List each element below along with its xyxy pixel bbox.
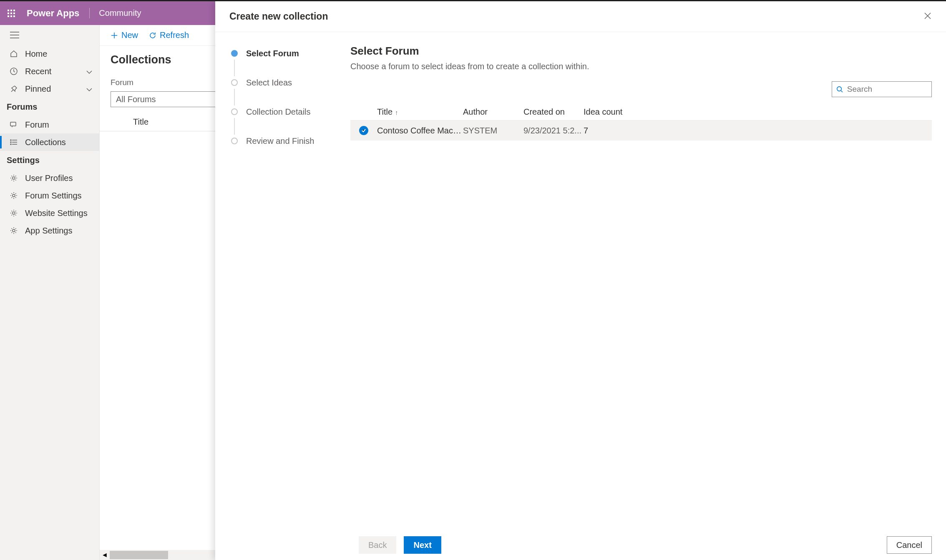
svg-point-22 bbox=[13, 212, 15, 214]
step-dot-icon bbox=[231, 138, 238, 144]
close-icon[interactable] bbox=[923, 12, 932, 22]
left-nav: Home Recent Pinned Forums Forum Collecti… bbox=[0, 25, 100, 560]
step-subtitle: Choose a forum to select ideas from to c… bbox=[350, 62, 932, 71]
gear-icon bbox=[8, 226, 19, 235]
svg-point-21 bbox=[13, 194, 15, 197]
header-separator bbox=[89, 8, 90, 18]
step-content: Select Forum Choose a forum to select id… bbox=[345, 32, 946, 530]
next-button[interactable]: Next bbox=[404, 536, 441, 554]
step-review-finish[interactable]: Review and Finish bbox=[231, 135, 333, 147]
svg-rect-3 bbox=[8, 13, 9, 14]
gear-icon bbox=[8, 209, 19, 217]
pin-icon bbox=[8, 85, 19, 93]
step-label: Select Forum bbox=[246, 49, 299, 58]
forum-grid: Title↑ Author Created on Idea count Cont… bbox=[350, 104, 932, 141]
svg-rect-2 bbox=[13, 10, 15, 11]
chevron-down-icon bbox=[86, 67, 93, 76]
svg-rect-6 bbox=[8, 15, 9, 17]
nav-website-settings-label: Website Settings bbox=[25, 208, 88, 218]
app-context[interactable]: Community bbox=[99, 8, 141, 18]
search-box[interactable] bbox=[832, 81, 932, 97]
row-title: Contoso Coffee Mach... bbox=[377, 126, 463, 136]
step-connector bbox=[234, 118, 235, 135]
scroll-left-icon[interactable]: ◄ bbox=[100, 551, 110, 559]
nav-collections[interactable]: Collections bbox=[0, 133, 99, 151]
forum-filter-value: All Forums bbox=[116, 95, 156, 104]
step-dot-icon bbox=[231, 79, 238, 86]
nav-home-label: Home bbox=[25, 49, 47, 59]
list-icon bbox=[8, 138, 19, 146]
step-select-forum[interactable]: Select Forum bbox=[231, 47, 333, 60]
hamburger-icon[interactable] bbox=[0, 25, 99, 45]
sort-ascending-icon: ↑ bbox=[395, 109, 398, 116]
step-select-ideas[interactable]: Select Ideas bbox=[231, 76, 333, 89]
refresh-button[interactable]: Refresh bbox=[145, 28, 193, 43]
home-icon bbox=[8, 50, 19, 58]
nav-section-settings: Settings bbox=[0, 151, 99, 169]
nav-website-settings[interactable]: Website Settings bbox=[0, 204, 99, 222]
nav-forum-label: Forum bbox=[25, 120, 49, 130]
column-title[interactable]: Title bbox=[133, 117, 148, 127]
nav-pinned-label: Pinned bbox=[25, 84, 51, 94]
step-collection-details[interactable]: Collection Details bbox=[231, 105, 333, 118]
step-label: Collection Details bbox=[246, 107, 311, 117]
svg-rect-13 bbox=[10, 122, 16, 126]
refresh-icon bbox=[149, 32, 156, 39]
svg-point-20 bbox=[13, 177, 15, 179]
step-connector bbox=[234, 89, 235, 105]
svg-point-17 bbox=[10, 140, 11, 141]
app-brand[interactable]: Power Apps bbox=[27, 8, 79, 19]
new-button[interactable]: New bbox=[106, 28, 142, 43]
nav-app-settings[interactable]: App Settings bbox=[0, 222, 99, 239]
grid-row[interactable]: Contoso Coffee Mach... SYSTEM 9/23/2021 … bbox=[350, 121, 932, 141]
column-header-ideacount[interactable]: Idea count bbox=[584, 107, 638, 117]
gear-icon bbox=[8, 191, 19, 200]
cancel-button[interactable]: Cancel bbox=[887, 536, 932, 554]
svg-point-18 bbox=[10, 142, 11, 143]
step-connector bbox=[234, 60, 235, 76]
column-header-created[interactable]: Created on bbox=[523, 107, 584, 117]
svg-rect-1 bbox=[10, 10, 12, 11]
create-collection-panel: Create new collection Select Forum Selec… bbox=[215, 1, 946, 560]
grid-header: Title↑ Author Created on Idea count bbox=[350, 104, 932, 121]
back-button[interactable]: Back bbox=[359, 536, 396, 554]
svg-point-23 bbox=[13, 229, 15, 232]
svg-line-29 bbox=[841, 91, 843, 93]
step-title: Select Forum bbox=[350, 45, 932, 58]
wizard-steps: Select Forum Select Ideas Collection Det… bbox=[215, 32, 345, 530]
column-header-title[interactable]: Title↑ bbox=[377, 107, 463, 117]
svg-rect-5 bbox=[13, 13, 15, 14]
gear-icon bbox=[8, 174, 19, 182]
row-author: SYSTEM bbox=[463, 126, 523, 136]
row-ideacount: 7 bbox=[584, 126, 638, 136]
nav-user-profiles-label: User Profiles bbox=[25, 173, 73, 183]
scrollbar-thumb[interactable] bbox=[110, 551, 168, 559]
column-header-author[interactable]: Author bbox=[463, 107, 523, 117]
nav-forum-settings-label: Forum Settings bbox=[25, 191, 82, 201]
step-label: Select Ideas bbox=[246, 78, 292, 88]
panel-header: Create new collection bbox=[215, 1, 946, 32]
nav-recent[interactable]: Recent bbox=[0, 63, 99, 80]
step-dot-icon bbox=[231, 50, 238, 57]
chevron-down-icon bbox=[86, 84, 93, 94]
new-label: New bbox=[121, 30, 138, 40]
nav-forum[interactable]: Forum bbox=[0, 116, 99, 133]
plus-icon bbox=[111, 32, 118, 39]
waffle-icon[interactable] bbox=[5, 7, 18, 20]
nav-pinned[interactable]: Pinned bbox=[0, 80, 99, 98]
clock-icon bbox=[8, 67, 19, 75]
svg-rect-0 bbox=[8, 10, 9, 11]
nav-user-profiles[interactable]: User Profiles bbox=[0, 169, 99, 187]
svg-rect-8 bbox=[13, 15, 15, 17]
nav-recent-label: Recent bbox=[25, 67, 51, 76]
nav-forum-settings[interactable]: Forum Settings bbox=[0, 187, 99, 204]
nav-home[interactable]: Home bbox=[0, 45, 99, 63]
row-selected-check-icon[interactable] bbox=[359, 126, 368, 135]
forum-icon bbox=[8, 121, 19, 129]
svg-point-19 bbox=[10, 144, 11, 145]
step-label: Review and Finish bbox=[246, 136, 314, 146]
panel-title: Create new collection bbox=[229, 11, 328, 22]
search-input[interactable] bbox=[847, 85, 927, 94]
search-icon bbox=[836, 85, 843, 93]
refresh-label: Refresh bbox=[160, 30, 189, 40]
